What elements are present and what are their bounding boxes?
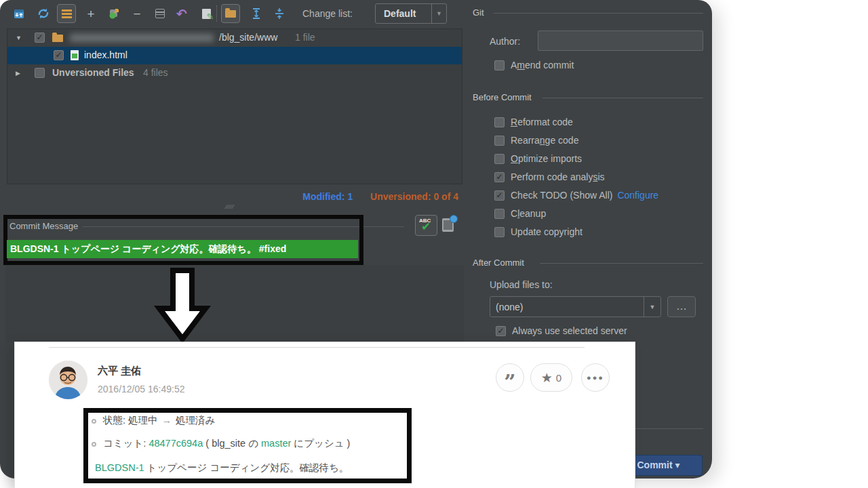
star-button[interactable]: ★ 0 xyxy=(530,363,572,392)
always-use-server-checkbox[interactable]: ✓ xyxy=(496,326,506,336)
change-list-label: Change list: xyxy=(302,8,353,19)
upload-server-select[interactable]: (none) ▼ xyxy=(490,296,661,317)
update-copyright-checkbox[interactable] xyxy=(494,227,505,237)
arrow-right-icon: → xyxy=(162,415,172,426)
commit-history-icon[interactable] xyxy=(442,218,454,232)
unversioned-checkbox[interactable] xyxy=(35,68,45,78)
file-name: index.html xyxy=(84,49,127,60)
blurred-path xyxy=(70,34,214,42)
star-icon: ★ xyxy=(541,370,553,386)
root-path: /blg_site/www xyxy=(219,32,277,43)
commit-line: コミット: 48477c694a ( blg_site の master にプッ… xyxy=(103,437,350,450)
collapse-triangle-icon[interactable]: ▼ xyxy=(16,35,22,41)
after-commit-line xyxy=(540,263,703,264)
amend-commit-checkbox[interactable] xyxy=(494,60,505,70)
add-icon[interactable]: + xyxy=(81,4,100,23)
modified-count: Modified: 1 xyxy=(302,191,353,202)
spellcheck-button[interactable]: ABC ✔ xyxy=(415,215,437,236)
check-icon: ✔ xyxy=(421,220,431,234)
star-count: 0 xyxy=(556,372,561,384)
author-input[interactable] xyxy=(538,30,703,51)
toolbar-separator xyxy=(216,5,217,22)
check-todo-checkbox[interactable]: ✓ xyxy=(494,190,505,201)
chevron-down-icon: ▼ xyxy=(431,4,446,23)
root-file-count: 1 file xyxy=(295,32,315,43)
optimize-imports-checkbox[interactable] xyxy=(494,154,505,164)
quote-button[interactable]: ” xyxy=(496,363,524,392)
upload-server-value: (none) xyxy=(496,302,523,312)
commit-message-line: BLGDSN-1 トップページ コーディング対応。確認待ち。 xyxy=(95,462,349,474)
commit-message-input[interactable]: BLGDSN-1 トップページ コーディング対応。確認待ち。 #fixed xyxy=(7,240,358,258)
change-list-select[interactable]: Default ▼ xyxy=(375,3,447,24)
archive-icon[interactable] xyxy=(9,4,28,23)
expand-triangle-icon[interactable]: ▶ xyxy=(16,70,20,77)
rearrange-code-label: Rearrange code xyxy=(511,135,578,146)
remove-icon[interactable]: − xyxy=(127,4,146,23)
rearrange-code-checkbox[interactable] xyxy=(494,136,505,146)
before-commit-line xyxy=(542,98,703,98)
splitter-handle[interactable]: ⁄⁄⁄⁄⁄ xyxy=(226,203,235,210)
code-analysis-label: Perform code analysis xyxy=(511,171,605,182)
amend-commit-label: Amend commit xyxy=(511,60,574,70)
group-by-directory-icon[interactable] xyxy=(221,4,240,23)
edit-source-icon[interactable] xyxy=(197,4,216,23)
changelist-details-icon[interactable] xyxy=(151,4,170,23)
browse-servers-button[interactable]: … xyxy=(667,296,696,317)
check-todo-label: Check TODO (Show All)Configure xyxy=(511,190,658,201)
unversioned-count: 4 files xyxy=(143,67,168,78)
card-divider xyxy=(49,347,585,348)
unversioned-label: Unversioned Files xyxy=(52,67,134,78)
reformat-code-label: Reformat code xyxy=(511,117,573,127)
file-checkbox[interactable]: ✓ xyxy=(54,50,64,60)
upload-files-label: Upload files to: xyxy=(490,279,553,290)
chevron-down-icon: ▼ xyxy=(644,297,660,317)
card-author-name: 六平 圭佑 xyxy=(98,365,141,378)
changelist-icon[interactable] xyxy=(57,4,76,23)
more-options-button[interactable]: ●●● xyxy=(581,363,610,392)
after-commit-header: After Commit xyxy=(473,258,524,268)
optimize-imports-label: Optimize imports xyxy=(511,153,582,164)
changes-summary: Modified: 1 Unversioned: 0 of 4 xyxy=(5,191,458,202)
commit-message-editor[interactable] xyxy=(5,265,464,342)
rollback-icon[interactable]: ↶ xyxy=(172,4,191,23)
issue-key-link[interactable]: BLGDSN-1 xyxy=(95,462,144,473)
issue-activity-card: 六平 圭佑 2016/12/05 16:49:52 ” ★ 0 ●●● 状態: … xyxy=(15,342,635,488)
tree-row-unversioned[interactable]: ▶ Unversioned Files 4 files xyxy=(7,64,462,82)
tree-row-root[interactable]: ▼ ✓ /blg_site/www 1 file xyxy=(7,29,462,47)
root-checkbox[interactable]: ✓ xyxy=(35,33,45,43)
expand-all-icon[interactable] xyxy=(247,4,266,23)
bullet-icon xyxy=(92,442,96,447)
author-label: Author: xyxy=(490,36,520,47)
collapse-all-icon[interactable] xyxy=(270,4,289,23)
configure-link[interactable]: Configure xyxy=(617,190,658,201)
git-section-header: Git xyxy=(473,7,484,18)
folder-icon xyxy=(52,35,63,42)
cleanup-checkbox[interactable] xyxy=(494,209,505,219)
tree-row-file-selected[interactable]: ✓ index.html xyxy=(7,47,462,64)
reformat-code-checkbox[interactable] xyxy=(494,117,505,127)
change-list-value: Default xyxy=(376,8,431,19)
html-file-icon xyxy=(71,50,79,60)
move-changes-icon[interactable] xyxy=(104,4,123,23)
commit-message-header: Commit Message xyxy=(9,221,78,231)
card-timestamp: 2016/12/05 16:49:52 xyxy=(98,384,184,394)
unversioned-count-status: Unversioned: 0 of 4 xyxy=(370,191,458,202)
always-use-server-label: Always use selected server xyxy=(512,325,627,336)
avatar[interactable] xyxy=(49,361,87,399)
cleanup-label: Cleanup xyxy=(511,208,546,219)
refresh-icon[interactable] xyxy=(34,4,53,23)
status-change-line: 状態: 処理中→処理済み xyxy=(103,414,215,427)
git-header-line xyxy=(494,13,703,14)
before-commit-header: Before Commit xyxy=(473,92,532,102)
changes-tree: ▼ ✓ /blg_site/www 1 file ✓ index.html ▶ … xyxy=(7,28,462,184)
clock-icon xyxy=(450,215,458,223)
bullet-icon xyxy=(92,419,96,424)
branch-link[interactable]: master xyxy=(261,438,291,449)
code-analysis-checkbox[interactable]: ✓ xyxy=(494,172,505,182)
annotation-arrow-down xyxy=(151,267,214,343)
update-copyright-label: Update copyright xyxy=(511,226,583,237)
commit-hash-link[interactable]: 48477c694a xyxy=(149,438,203,449)
